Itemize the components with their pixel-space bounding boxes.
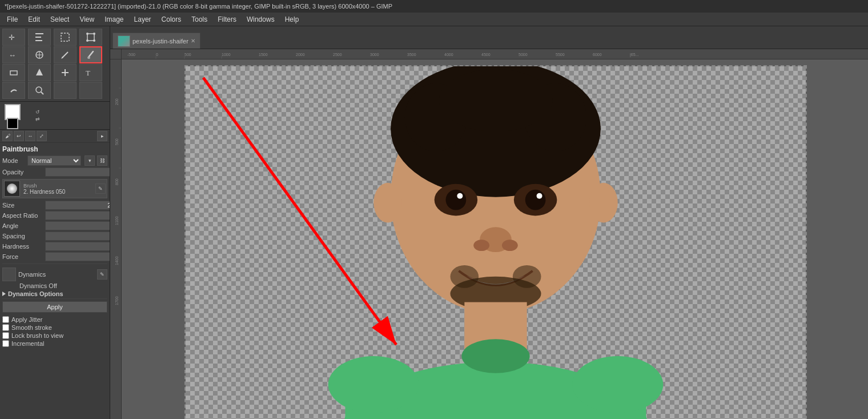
svg-marker-19 <box>36 69 43 75</box>
mode-select[interactable]: Normal Multiply Screen Overlay <box>27 155 81 166</box>
menu-layer[interactable]: Layer <box>130 14 156 25</box>
brush-circle <box>7 183 17 194</box>
svg-point-9 <box>93 39 95 42</box>
drawing-canvas[interactable] <box>122 59 868 419</box>
text-button[interactable]: T <box>79 64 102 81</box>
smudge-button[interactable] <box>2 82 25 99</box>
force-label: Force <box>2 253 45 260</box>
tool-options-expand[interactable]: ▸ <box>97 131 107 141</box>
mode-row: Mode Normal Multiply Screen Overlay ▾ ⛓ <box>2 155 107 166</box>
menu-help[interactable]: Help <box>280 14 304 25</box>
menu-select[interactable]: Select <box>46 14 74 25</box>
svg-text:0: 0 <box>156 53 158 57</box>
free-select-button[interactable] <box>54 29 77 46</box>
angle-input[interactable] <box>45 221 110 230</box>
aspect-ratio-input[interactable] <box>45 211 110 220</box>
dynamics-row: Dynamics ✎ <box>2 268 107 281</box>
eraser-button[interactable] <box>2 64 25 81</box>
transform-button[interactable] <box>79 29 102 46</box>
menu-windows[interactable]: Windows <box>242 14 279 25</box>
incremental-checkbox[interactable] <box>2 340 9 347</box>
angle-row: Angle ↺ ⛓ <box>2 221 107 230</box>
image-tabs: pexels-justin-shaifer ✕ <box>110 26 868 49</box>
force-row: Force ↺ ⛓ <box>2 252 107 261</box>
menu-view[interactable]: View <box>75 14 99 25</box>
svg-point-63 <box>446 190 467 210</box>
force-input[interactable] <box>45 252 110 261</box>
svg-point-76 <box>328 356 419 413</box>
apply-section: Apply Apply Jitter Smooth stroke Lock br… <box>2 298 107 347</box>
ruler-and-canvas: -500 0 500 1000 1500 2000 2500 3000 3500… <box>110 49 868 419</box>
mode-chain-icon[interactable]: ⛓ <box>97 155 107 166</box>
dynamics-section: Dynamics ✎ Dynamics Off <box>2 264 107 289</box>
dummy2 <box>79 82 102 99</box>
menu-colors[interactable]: Colors <box>157 14 186 25</box>
svg-text:2500: 2500 <box>333 53 342 57</box>
tab-close-button[interactable]: ✕ <box>191 38 195 44</box>
svg-text:6000: 6000 <box>593 53 602 57</box>
dynamics-icon <box>2 268 16 281</box>
heal-button[interactable] <box>54 64 77 81</box>
brush-edit-button[interactable]: ✎ <box>95 183 106 194</box>
aspect-ratio-label: Aspect Ratio <box>2 212 45 219</box>
paintbrush-button[interactable] <box>79 46 102 63</box>
zoom-button[interactable] <box>28 82 51 99</box>
h-ruler-svg: -500 0 500 1000 1500 2000 2500 3000 3500… <box>122 49 868 59</box>
tool-icons-grid: ✛ ↔ <box>0 26 110 102</box>
svg-point-58 <box>439 69 553 131</box>
svg-text:3500: 3500 <box>407 53 416 57</box>
tool-options-icon4[interactable]: ⤢ <box>37 131 47 141</box>
dynamics-edit-button[interactable]: ✎ <box>97 269 107 280</box>
dynamics-value: Dynamics Off <box>2 282 107 289</box>
svg-point-59 <box>373 183 402 223</box>
tab-thumbnail <box>118 35 130 47</box>
move-tool-button[interactable]: ✛ <box>2 29 25 46</box>
size-input[interactable] <box>45 201 110 210</box>
menu-edit[interactable]: Edit <box>23 14 45 25</box>
main-layout: ✛ ↔ <box>0 26 868 419</box>
apply-jitter-checkbox[interactable] <box>2 316 9 323</box>
title-text: *[pexels-justin-shaifer-501272-1222271] … <box>5 3 392 10</box>
swap-colors-icon[interactable]: ⇄ <box>35 116 40 122</box>
opacity-input[interactable] <box>45 167 110 177</box>
svg-text:↔: ↔ <box>9 51 16 59</box>
svg-text:T: T <box>86 69 90 77</box>
pencil-button[interactable] <box>54 46 77 63</box>
reset-colors-icon[interactable]: ↺ <box>35 109 40 115</box>
lock-brush-label: Lock brush to view <box>11 332 63 339</box>
apply-jitter-label: Apply Jitter <box>11 316 42 323</box>
menu-filters[interactable]: Filters <box>213 14 241 25</box>
brush-preview[interactable]: Brush 2. Hardness 050 ✎ <box>2 179 107 198</box>
hardness-input[interactable] <box>45 242 110 251</box>
menu-image[interactable]: Image <box>100 14 128 25</box>
spacing-input[interactable] <box>45 232 110 241</box>
dynamics-options-triangle <box>2 292 6 296</box>
apply-button[interactable]: Apply <box>2 301 107 313</box>
scale-button[interactable]: ↔ <box>2 46 25 63</box>
menu-file[interactable]: File <box>2 14 22 25</box>
align-tool-button[interactable] <box>28 29 51 46</box>
image-tab[interactable]: pexels-justin-shaifer ✕ <box>112 33 200 49</box>
tab-title: pexels-justin-shaifer <box>132 38 188 45</box>
angle-label: Angle <box>2 222 45 229</box>
lock-brush-checkbox[interactable] <box>2 332 9 339</box>
dummy1 <box>54 82 77 99</box>
svg-point-77 <box>572 356 663 413</box>
menu-tools[interactable]: Tools <box>187 14 212 25</box>
fill-button[interactable] <box>28 64 51 81</box>
image-svg <box>186 66 806 419</box>
mode-extra-icon[interactable]: ▾ <box>85 155 95 166</box>
tool-options-icon2[interactable]: ↩ <box>14 131 24 141</box>
background-color[interactable] <box>7 118 18 129</box>
svg-point-23 <box>36 87 42 93</box>
svg-point-72 <box>513 265 541 288</box>
toolbox: ✛ ↔ <box>0 26 110 419</box>
svg-text:500: 500 <box>184 53 191 57</box>
tool-options-icon3[interactable]: ↔ <box>25 131 35 141</box>
dynamics-label: Dynamics <box>18 271 46 278</box>
smooth-stroke-checkbox[interactable] <box>2 324 9 331</box>
tool-options-icon1[interactable]: 🖌 <box>2 131 13 141</box>
canvas-area: pexels-justin-shaifer ✕ -500 <box>110 26 868 419</box>
smooth-stroke-row: Smooth stroke <box>2 324 107 331</box>
clone-button[interactable] <box>28 46 51 63</box>
